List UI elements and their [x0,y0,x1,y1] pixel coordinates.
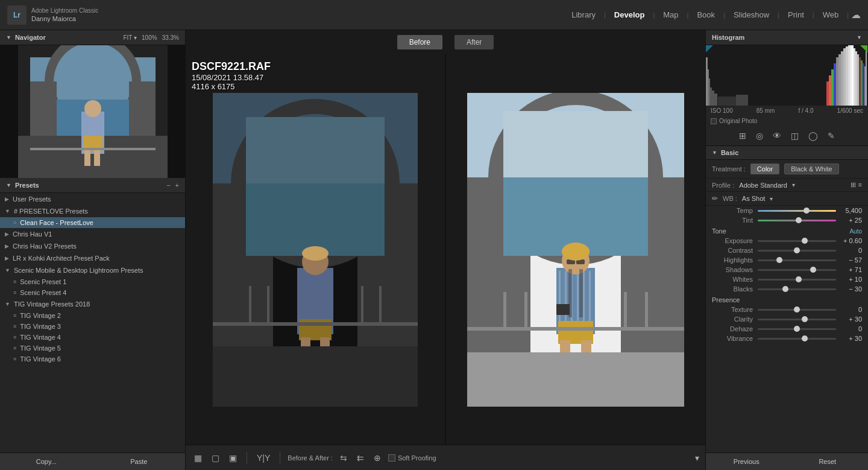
shadows-slider[interactable] [758,269,836,271]
svg-rect-86 [854,48,855,106]
after-button[interactable]: After [454,35,494,49]
preset-item-clean-face[interactable]: ≡ Clean Face - PresetLove [0,217,185,228]
highlights-slider[interactable] [758,259,836,261]
before-button[interactable]: Before [397,35,442,49]
svg-rect-87 [855,51,857,106]
eyedropper-icon[interactable]: ✏ [712,194,718,203]
swap-before-after-icon[interactable]: ⇆ [338,452,350,464]
highlights-thumb[interactable] [776,257,782,263]
basic-collapse-icon[interactable]: ▼ [712,150,717,156]
adjustments-panel: ▼ Basic Treatment : Color Black & White … [706,146,868,453]
preset-item-scenic1[interactable]: ≡ Scenic Preset 1 [0,276,185,287]
profile-grid-icon[interactable]: ⊞ [851,181,856,189]
adjustment-brush-icon[interactable]: ✎ [828,131,835,141]
nav-book[interactable]: Book [691,7,721,23]
presets-collapse-icon[interactable]: ▼ [6,182,11,188]
soft-proof-checkbox[interactable] [388,454,395,462]
contrast-slider[interactable] [758,250,836,252]
reset-button[interactable]: Reset [787,453,869,470]
preset-group-header-tig[interactable]: ▼ TIG Vintage Presets 2018 [0,298,185,310]
view-single-icon[interactable]: ▢ [209,452,222,464]
vibrance-thumb[interactable] [802,335,808,341]
photo-area: DSCF9221.RAF 15/08/2021 13.58.47 4116 x … [186,54,705,445]
svg-rect-58 [556,304,570,315]
profile-list-icon[interactable]: ≡ [858,181,862,189]
original-photo-checkbox[interactable] [711,118,717,124]
linear-gradient-icon[interactable]: ◫ [791,131,799,141]
paste-button[interactable]: Paste [93,453,186,470]
profile-dropdown-icon[interactable]: ▾ [792,182,795,188]
preset-item-tig4[interactable]: ≡ TIG Vintage 4 [0,332,185,343]
previous-button[interactable]: Previous [706,453,787,470]
spot-removal-icon[interactable]: ◎ [756,131,763,141]
svg-rect-21 [246,117,385,183]
nav-map[interactable]: Map [657,7,684,23]
blacks-thumb[interactable] [782,286,788,292]
preset-group-header-kohki[interactable]: ▶ LR x Kohki Architect Preset Pack [0,252,185,264]
swap-icon2[interactable]: ⊕ [371,452,383,464]
navigator-fit[interactable]: FIT ▾ [123,34,137,41]
presets-plus-btn[interactable]: + [175,182,179,189]
cloud-sync-icon[interactable]: ☁ [851,9,861,21]
preset-item-scenic4[interactable]: ≡ Scenic Preset 4 [0,287,185,298]
nav-develop[interactable]: Develop [608,7,651,23]
view-side-icon[interactable]: ▣ [227,452,239,464]
bw-treatment-btn[interactable]: Black & White [784,164,838,174]
histogram-collapse-icon[interactable]: ▼ [857,34,862,40]
preset-file-icon: ≡ [13,220,16,226]
nav-web[interactable]: Web [817,7,845,23]
vibrance-slider[interactable] [758,338,836,340]
yx-toggle[interactable]: Y|Y [254,452,272,464]
clarity-slider[interactable] [758,319,836,320]
nav-library[interactable]: Library [565,7,602,23]
soft-proofing-toggle[interactable]: Soft Proofing [388,454,436,462]
dehaze-slider[interactable] [758,328,836,330]
wb-dropdown-icon[interactable]: ▾ [770,195,773,202]
exposure-value: + 0.60 [841,237,862,244]
preset-item-tig3[interactable]: ≡ TIG Vintage 3 [0,321,185,332]
presets-panel[interactable]: ▶ User Presets ▼ # PRESETLOVE Presets ≡ … [0,193,185,453]
crop-tool-icon[interactable]: ⊞ [739,131,746,141]
temp-thumb[interactable] [804,208,810,214]
auto-tone-btn[interactable]: Auto [849,228,862,235]
preset-group-header-user[interactable]: ▶ User Presets [0,193,185,205]
preset-group-header-ch1[interactable]: ▶ Chris Hau V1 [0,228,185,240]
navigator-zoom2[interactable]: 33.3% [162,34,179,41]
blacks-slider[interactable] [758,288,836,290]
clarity-thumb[interactable] [802,316,808,322]
preset-item-tig6[interactable]: ≡ TIG Vintage 6 [0,354,185,364]
tint-thumb[interactable] [796,217,802,223]
preset-item-tig5[interactable]: ≡ TIG Vintage 5 [0,343,185,354]
original-photo-toggle[interactable]: Original Photo [706,116,868,126]
exposure-slider[interactable] [758,240,836,242]
texture-slider[interactable] [758,309,836,311]
nav-print[interactable]: Print [782,7,810,23]
texture-thumb[interactable] [794,306,800,313]
shadows-thumb[interactable] [810,267,816,273]
whites-thumb[interactable] [796,276,802,282]
toolbar-more-icon[interactable]: ▾ [695,453,699,463]
preset-item-tig2[interactable]: ≡ TIG Vintage 2 [0,310,185,321]
whites-slider[interactable] [758,279,836,281]
basic-title: Basic [721,149,738,156]
copy-button[interactable]: Copy... [0,453,93,470]
preset-group-header-scenic[interactable]: ▼ Scenic Mobile & Desktop Lightroom Pres… [0,264,185,276]
navigator-collapse-icon[interactable]: ▼ [6,34,11,40]
red-eye-icon[interactable]: 👁 [773,131,781,141]
radial-gradient-icon[interactable]: ◯ [808,131,818,141]
presets-minus-btn[interactable]: − [166,182,170,189]
histogram-info: ISO 100 85 mm f / 4.0 1/600 sec [706,106,868,116]
nav-slideshow[interactable]: Slideshow [728,7,775,23]
color-treatment-btn[interactable]: Color [750,164,779,174]
preset-group-header-presetlove[interactable]: ▼ # PRESETLOVE Presets [0,205,185,217]
view-grid-icon[interactable]: ▦ [192,452,204,464]
temp-slider[interactable] [758,210,836,212]
preset-group-header-ch2[interactable]: ▶ Chris Hau V2 Presets [0,240,185,252]
tint-slider[interactable] [758,220,836,221]
vibrance-label: Vibrance [712,335,753,342]
navigator-zoom1[interactable]: 100% [142,34,157,41]
exposure-thumb[interactable] [802,238,808,244]
contrast-thumb[interactable] [794,247,800,253]
dehaze-thumb[interactable] [794,326,800,332]
copy-settings-icon[interactable]: ⇇ [354,452,366,464]
